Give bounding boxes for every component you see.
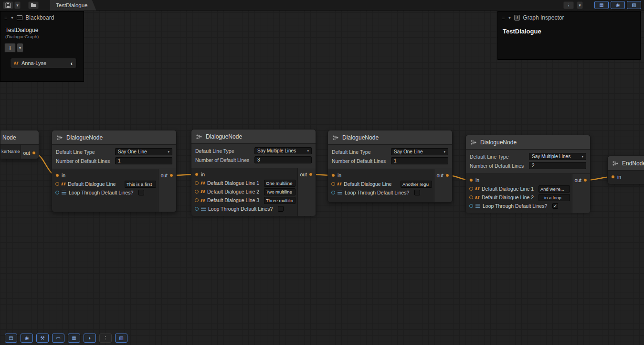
output-port[interactable] xyxy=(583,178,587,182)
more-menu-dropdown[interactable]: ▾ xyxy=(577,1,583,9)
string-port[interactable] xyxy=(469,187,473,191)
line-text-field[interactable]: And we're... xyxy=(538,185,570,193)
loop-icon xyxy=(201,207,206,211)
output-port[interactable] xyxy=(309,172,313,176)
out-port-label: out xyxy=(160,172,168,178)
bool-port[interactable] xyxy=(195,207,199,211)
more-menu-button[interactable]: ⋮ xyxy=(563,1,574,9)
dialogue-node-1[interactable]: DialogueNode Default Line Type Say One L… xyxy=(52,130,177,212)
output-port[interactable] xyxy=(445,173,449,177)
open-folder-button[interactable] xyxy=(28,1,39,9)
node-title[interactable]: DialogueNode xyxy=(328,130,452,145)
node-speaker-clipped[interactable]: Node kerName out xyxy=(0,130,39,159)
dialogue-node-4[interactable]: DialogueNode Default Line Type Say Multi… xyxy=(465,135,591,211)
string-port[interactable] xyxy=(469,195,473,199)
dropdown-value: Say Multiple Lines xyxy=(257,148,296,153)
end-node[interactable]: EndNode in xyxy=(607,156,644,183)
line-text-field[interactable]: Three multilin xyxy=(264,197,296,204)
add-variable-button[interactable]: + xyxy=(4,43,16,53)
string-port[interactable] xyxy=(195,190,199,194)
input-port[interactable] xyxy=(195,172,199,176)
line-type-dropdown[interactable]: Say Multiple Lines ▾ xyxy=(529,153,586,160)
chevron-left-icon[interactable]: ‹ xyxy=(71,60,73,67)
line-type-dropdown[interactable]: Say One Line ▾ xyxy=(115,148,172,155)
loop-checkbox[interactable] xyxy=(414,190,420,195)
more-button[interactable]: ⋮ xyxy=(99,334,112,343)
inspector-header[interactable]: ≡ ▼ i Graph Inspector xyxy=(498,11,640,24)
string-port[interactable] xyxy=(55,182,59,186)
line-text-field[interactable]: Another regu xyxy=(401,181,432,188)
num-lines-input[interactable]: 1 xyxy=(391,157,448,164)
prop-label: Default Line Type xyxy=(56,149,115,155)
top-toolbar: ▾ TestDialogue ⋮ ▾ ▦ ◉ ▧ xyxy=(0,0,644,11)
line-text-field[interactable]: ...in a loop xyxy=(538,194,570,201)
collapse-arrow-icon[interactable]: ▼ xyxy=(10,16,14,20)
loop-checkbox[interactable] xyxy=(278,206,284,212)
node-title[interactable]: DialogueNode xyxy=(52,130,176,145)
node-title[interactable]: Node xyxy=(0,130,39,145)
node-input-column: in Default Dialogue Line Another regu Lo… xyxy=(328,169,434,202)
graph-tab[interactable]: TestDialogue xyxy=(50,0,96,11)
toggle-inspector-button[interactable]: ◉ xyxy=(611,1,625,9)
toggle-blackboard-button[interactable]: ▦ xyxy=(594,1,609,9)
input-port[interactable] xyxy=(331,173,335,177)
console-icon: ▤ xyxy=(9,335,13,341)
inspector-selection: TestDialogue xyxy=(498,24,640,35)
add-variable-dropdown[interactable]: ▾ xyxy=(17,43,23,53)
dialogue-node-2[interactable]: DialogueNode Default Line Type Say Multi… xyxy=(191,129,316,215)
console-button[interactable]: ▤ xyxy=(5,334,17,343)
num-lines-input[interactable]: 1 xyxy=(115,157,172,164)
save-button[interactable] xyxy=(3,1,13,9)
blackboard-header[interactable]: ≡ ▼ Blackboard xyxy=(0,11,84,24)
blackboard-variable-row[interactable]: Anna-Lyse ‹ xyxy=(10,58,77,68)
output-port[interactable] xyxy=(32,151,36,155)
input-value: 1 xyxy=(394,158,397,163)
string-port[interactable] xyxy=(195,181,199,185)
input-port[interactable] xyxy=(55,173,59,177)
prop-label: Number of Default Lines xyxy=(332,158,391,164)
blackboard-button[interactable]: ▦ xyxy=(68,334,80,343)
blackboard-icon: ▦ xyxy=(72,335,76,341)
line-type-dropdown[interactable]: Say One Line ▾ xyxy=(391,148,448,155)
collapse-arrow-icon[interactable]: ▼ xyxy=(507,16,511,20)
drag-handle-icon[interactable]: ≡ xyxy=(4,15,7,21)
dialogue-node-3[interactable]: DialogueNode Default Line Type Say One L… xyxy=(327,130,453,203)
node-title[interactable]: EndNode xyxy=(608,156,644,171)
inspector-button[interactable]: ◉ xyxy=(21,334,33,343)
prop-label: Default Line Type xyxy=(470,154,529,160)
string-port[interactable] xyxy=(331,182,335,186)
bool-port[interactable] xyxy=(55,191,59,194)
node-title[interactable]: DialogueNode xyxy=(466,135,590,150)
line-text-field[interactable]: Two multiline xyxy=(264,188,296,195)
string-port[interactable] xyxy=(195,198,199,202)
tools-button[interactable]: ⚒ xyxy=(36,334,49,343)
node-output-column: out xyxy=(297,168,316,216)
bool-port[interactable] xyxy=(469,204,473,208)
bool-port[interactable] xyxy=(331,191,335,194)
line-text-field[interactable]: This is a first xyxy=(125,181,156,188)
prop-label: Default Line Type xyxy=(332,149,391,155)
play-button[interactable]: ◗ xyxy=(84,334,96,343)
blackboard-icon: ▦ xyxy=(599,2,603,8)
line-type-dropdown[interactable]: Say Multiple Lines ▾ xyxy=(254,147,312,154)
save-dropdown-button[interactable]: ▾ xyxy=(14,1,21,9)
code-button[interactable]: ▧ xyxy=(115,334,127,343)
node-input-column: in Default Dialogue Line 1 And we're... … xyxy=(466,174,572,213)
num-lines-input[interactable]: 2 xyxy=(529,162,586,169)
code-icon: ▧ xyxy=(119,335,123,341)
num-lines-input[interactable]: 3 xyxy=(254,156,312,163)
input-port[interactable] xyxy=(469,178,473,182)
save-icon xyxy=(5,2,11,8)
input-port[interactable] xyxy=(611,175,615,179)
drag-handle-icon[interactable]: ≡ xyxy=(502,15,505,21)
loop-checkbox[interactable]: ✓ xyxy=(552,203,558,209)
in-port-label: in xyxy=(338,172,341,178)
output-port[interactable] xyxy=(169,173,173,177)
toggle-preview-button[interactable]: ▧ xyxy=(627,1,641,9)
node-title[interactable]: DialogueNode xyxy=(191,129,316,144)
line-text-field[interactable]: One multiline xyxy=(264,180,296,187)
node-title-label: DialogueNode xyxy=(342,134,379,141)
loop-checkbox[interactable] xyxy=(138,190,144,195)
frame-button[interactable]: ▭ xyxy=(52,334,64,343)
quote-icon xyxy=(61,183,63,185)
